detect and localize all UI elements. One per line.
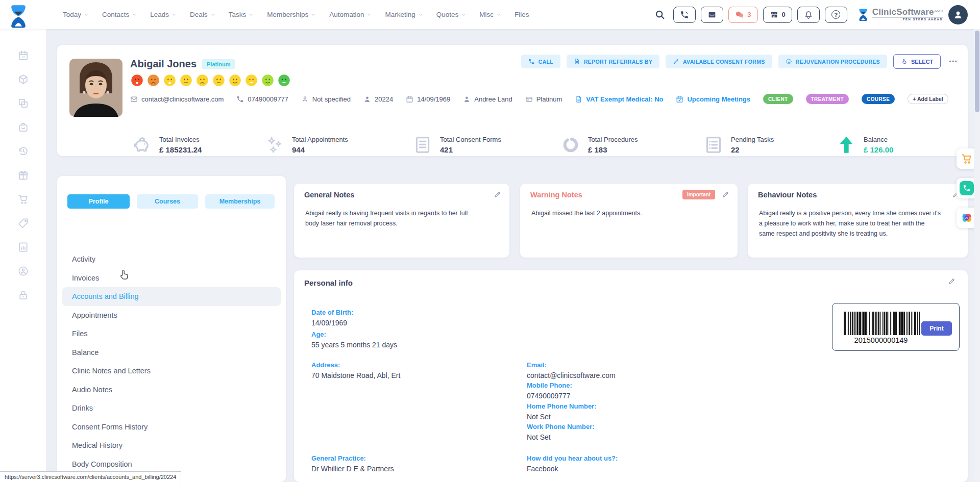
smiley-rating-3-icon[interactable] xyxy=(163,73,177,87)
inbox-button[interactable] xyxy=(701,7,723,23)
add-label-button[interactable]: + Add Label xyxy=(908,94,948,104)
smiley-rating-6-icon[interactable] xyxy=(212,73,226,87)
general-notes-card: General Notes Abigail really is having f… xyxy=(294,184,509,258)
rejuvenation-procedures-button[interactable]: REJUVENATION PROCEDURES xyxy=(778,55,887,68)
nav-item-misc[interactable]: Misc xyxy=(479,11,501,18)
search-icon[interactable] xyxy=(654,9,666,20)
cart-icon[interactable] xyxy=(17,193,29,205)
contact-card-icon[interactable] xyxy=(17,265,29,277)
select-button[interactable]: SELECT xyxy=(893,54,941,69)
smiley-rating-4-icon[interactable] xyxy=(179,73,193,87)
contact-upcoming-meetings[interactable]: Upcoming Meetings xyxy=(676,95,750,103)
edit-pencil-icon[interactable] xyxy=(494,191,501,198)
nav-item-today[interactable]: Today xyxy=(63,11,89,18)
scrollbar-thumb[interactable] xyxy=(975,31,979,112)
sidebar-item-accounts-and-billing[interactable]: Accounts and Billing xyxy=(62,287,281,306)
history-icon[interactable] xyxy=(17,145,29,157)
bag-icon[interactable] xyxy=(17,121,29,133)
topbar-button-group: 30? xyxy=(673,7,847,23)
edit-pencil-icon[interactable] xyxy=(948,277,955,285)
field-label: Home Phone Number: xyxy=(527,402,597,410)
sidebar-item-consent-forms-history[interactable]: Consent Forms History xyxy=(62,418,281,437)
dialer-button[interactable] xyxy=(673,7,696,23)
sidebar-item-drinks[interactable]: Drinks xyxy=(62,399,281,418)
nav-item-quotes[interactable]: Quotes xyxy=(436,11,467,18)
contact-contact-clinicsoftware-com[interactable]: contact@clinicsoftware.com xyxy=(130,95,224,103)
tab-memberships[interactable]: Memberships xyxy=(205,194,275,209)
nav-item-tasks[interactable]: Tasks xyxy=(229,11,254,18)
package-icon[interactable] xyxy=(17,73,29,85)
pos-button[interactable]: 0 xyxy=(763,7,792,23)
sidebar-item-clinic-notes-and-letters[interactable]: Clinic Notes and Letters xyxy=(62,362,281,380)
chat-button[interactable]: 3 xyxy=(728,7,757,23)
tab-courses[interactable]: Courses xyxy=(137,194,198,209)
barcode-number: 2015000000149 xyxy=(838,336,924,344)
smiley-rating-7-icon[interactable] xyxy=(228,73,242,87)
field-value: Facebook xyxy=(527,465,618,473)
general-notes-title: General Notes xyxy=(304,191,354,199)
gift-icon[interactable] xyxy=(17,169,29,181)
sidebar-item-invoices[interactable]: Invoices xyxy=(62,269,281,288)
calendar-date-icon[interactable]: 12 xyxy=(17,49,29,61)
contact-text: contact@clinicsoftware.com xyxy=(141,95,224,103)
clinicsoftware-logo: ClinicSoftware.com TEN STEPS AHEAD xyxy=(857,7,943,22)
contact-text: Andree Land xyxy=(474,95,512,103)
sidebar-item-audio-notes[interactable]: Audio Notes xyxy=(62,380,281,399)
nav-item-leads[interactable]: Leads xyxy=(150,11,177,18)
svg-text:AI: AI xyxy=(965,216,968,219)
sidebar-item-activity[interactable]: Activity xyxy=(62,250,281,269)
phone-call-icon xyxy=(680,10,689,19)
nav-item-deals[interactable]: Deals xyxy=(190,11,215,18)
nav-item-memberships[interactable]: Memberships xyxy=(267,11,316,18)
sidebar-item-files[interactable]: Files xyxy=(62,324,281,343)
stat-value: 22 xyxy=(731,145,774,154)
nav-item-automation[interactable]: Automation xyxy=(329,11,372,18)
smiley-rating-1-icon[interactable] xyxy=(130,73,144,87)
sidebar-item-appointments[interactable]: Appointments xyxy=(62,306,281,325)
edit-pencil-icon[interactable] xyxy=(722,191,729,198)
client-barcode-box: 2015000000149 Print xyxy=(832,303,960,351)
smiley-rating-8-icon[interactable] xyxy=(244,73,258,87)
chevron-down-icon xyxy=(172,12,177,17)
contact-07490009777[interactable]: 07490009777 xyxy=(236,95,288,103)
call-button[interactable]: CALL xyxy=(521,55,560,68)
help-button[interactable]: ? xyxy=(825,7,847,23)
smiley-rating-10-icon[interactable] xyxy=(277,73,291,87)
field-mobile-phone: Mobile Phone:07490009777 xyxy=(527,382,572,400)
more-options-button[interactable]: ••• xyxy=(947,58,960,65)
tag-icon[interactable] xyxy=(17,217,29,229)
report-referrals-by-button[interactable]: REPORT REFERRALS BY xyxy=(567,55,659,68)
clinicsoftware-hourglass-logo[interactable] xyxy=(7,3,30,27)
link-preview-url: https://server3.clinicsoftware.com/clien… xyxy=(5,474,176,480)
nav-item-contacts[interactable]: Contacts xyxy=(102,11,137,18)
sidebar-item-balance[interactable]: Balance xyxy=(62,343,281,362)
lock-icon[interactable] xyxy=(17,289,29,301)
phone-icon xyxy=(528,58,535,65)
copy-icon[interactable] xyxy=(17,97,29,109)
personal-info-card: Personal info Date of Birth:14/09/1969Ag… xyxy=(294,270,968,482)
page-scrollbar[interactable] xyxy=(974,29,980,482)
shop-icon xyxy=(770,10,779,19)
report-icon[interactable] xyxy=(17,241,29,253)
notifications-button[interactable] xyxy=(797,7,820,23)
print-barcode-button[interactable]: Print xyxy=(921,321,952,336)
sidebar-item-body-composition[interactable]: Body Composition xyxy=(62,455,281,474)
field-value: 07490009777 xyxy=(527,392,572,400)
warning-notes-card: Warning Notes Important Abigail missed t… xyxy=(520,184,738,258)
chevron-down-icon xyxy=(311,12,316,17)
client-photo[interactable] xyxy=(69,59,122,117)
field-value: Not Set xyxy=(527,433,595,441)
smiley-rating-2-icon[interactable] xyxy=(146,73,160,87)
contact-14-09-1969: 14/09/1969 xyxy=(406,95,450,103)
user-avatar[interactable] xyxy=(948,5,968,24)
sidebar-item-medical-history[interactable]: Medical History xyxy=(62,436,281,455)
contact-vat-exempt-medical-no[interactable]: VAT Exempt Medical: No xyxy=(575,95,663,103)
calendar-check-icon xyxy=(676,95,683,103)
tab-profile[interactable]: Profile xyxy=(67,194,130,209)
nav-item-marketing[interactable]: Marketing xyxy=(385,11,423,18)
available-consent-forms-button[interactable]: AVAILABLE CONSENT FORMS xyxy=(666,55,772,68)
nav-item-files[interactable]: Files xyxy=(514,11,529,18)
contact-text: VAT Exempt Medical: No xyxy=(586,95,663,103)
smiley-rating-5-icon[interactable] xyxy=(195,73,209,87)
smiley-rating-9-icon[interactable] xyxy=(261,73,275,87)
